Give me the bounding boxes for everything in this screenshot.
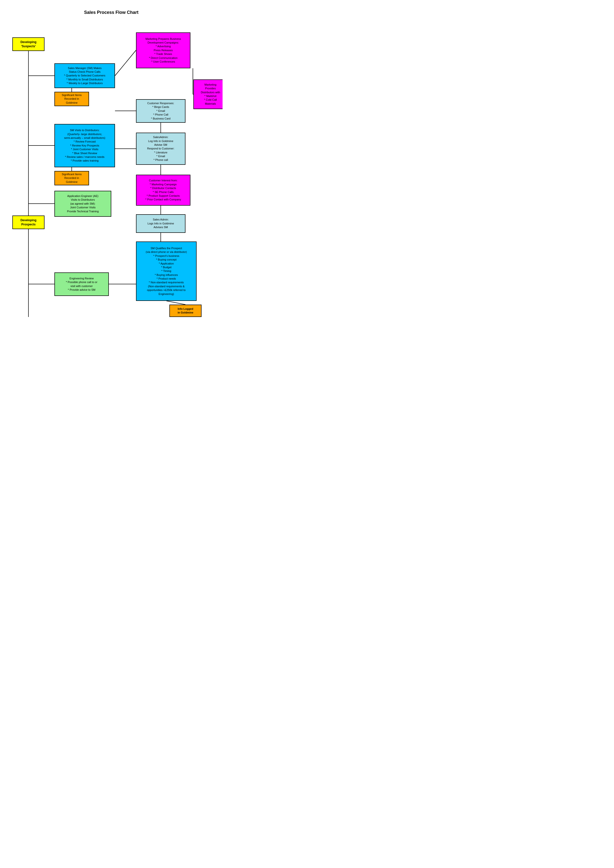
sm-qualifies-node: SM Qualifies the Prospect (via direct ph… — [136, 242, 197, 301]
page-title: Sales Process Flow Chart — [5, 10, 218, 15]
sales-admin-1-node: SalesAdmin: Log Info in Goldmine Advise … — [136, 133, 186, 165]
sig-items-1-node: Significant Items Recorded in Goldmine — [54, 92, 89, 106]
developing-prospects-node: Developing Prospects — [12, 216, 45, 229]
sig-items-2-node: Significant Items Recorded in Goldmine — [54, 171, 89, 185]
sm-visits-node: SM Visits to Distributors: (Quarterly- l… — [54, 124, 115, 167]
svg-line-18 — [166, 301, 186, 304]
marketing-provides-node: Marketing Provides Distributors with * M… — [193, 79, 223, 109]
flowchart: Developing 'Suspects' Marketing Prepares… — [5, 23, 218, 320]
sales-admin-2-node: Sales Admin: Logs Info in Goldmine Advis… — [136, 214, 186, 233]
svg-line-11 — [115, 50, 136, 76]
customer-responses-node: Customer Responses: * Bingo Cards * Emai… — [136, 99, 186, 123]
marketing-prepares-node: Marketing Prepares Business Development … — [136, 33, 191, 68]
sm-makes-calls-node: Sales Manager (SM) Makes Status Check Ph… — [54, 63, 115, 88]
developing-suspects-node: Developing 'Suspects' — [12, 37, 45, 51]
ae-visits-node: Application Engineer (AE) Visits to Dist… — [54, 191, 111, 217]
engineering-review-node: Engineering Review * Possible phone call… — [54, 272, 109, 296]
customer-interest-node: Customer Interest from: * Marketing Camp… — [136, 175, 191, 206]
info-logged-node: Info Logged in Goldmine — [169, 304, 202, 317]
